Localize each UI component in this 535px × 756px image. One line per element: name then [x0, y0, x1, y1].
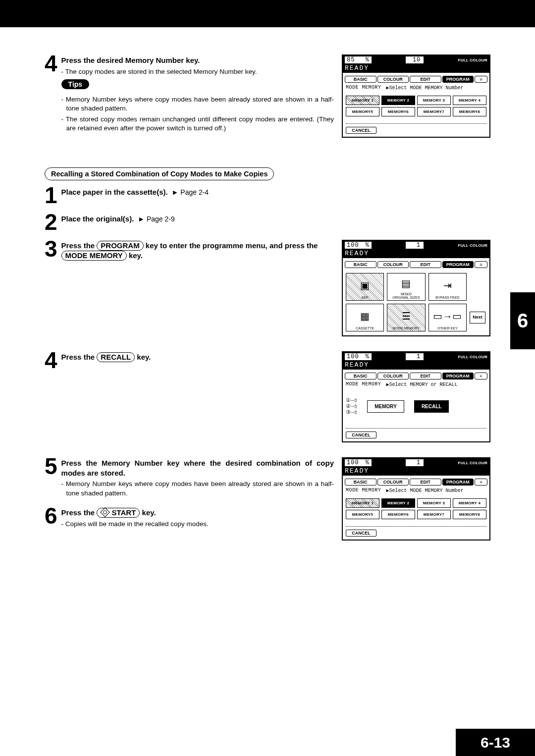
lcd-cancel-button[interactable]: CANCEL — [346, 127, 376, 134]
lcd-zoom: 100 — [347, 353, 359, 360]
memory-3-button[interactable]: MEMORY 3 — [417, 498, 451, 508]
start-key-label: START — [97, 508, 140, 518]
lcd-zoom: 85 — [347, 56, 355, 63]
step-number: 1 — [45, 186, 57, 204]
reference-arrow-icon: ► — [138, 215, 145, 223]
lcd-zoom: 100 — [347, 242, 359, 249]
lcd-count: 1 — [406, 353, 424, 360]
memory-5-button[interactable]: MEMORY5 — [346, 107, 379, 116]
step-number: 6 — [45, 507, 57, 529]
lcd-tab-basic[interactable]: BASIC — [345, 76, 376, 83]
step-number: 4 — [45, 54, 57, 133]
lcd-tab-program[interactable]: PROGRAM — [442, 373, 474, 379]
lcd-tab-icon[interactable]: ≡ — [475, 76, 487, 83]
lcd-tab-colour[interactable]: COLOUR — [377, 373, 409, 379]
lcd-tab-edit[interactable]: EDIT — [410, 373, 441, 379]
memory-2-button[interactable]: MEMORY 2 — [381, 498, 415, 508]
memory-7-button[interactable]: MEMORY7 — [417, 510, 451, 519]
memory-1-button[interactable]: MEMORY 1 — [346, 498, 379, 508]
step-number: 2 — [45, 213, 57, 231]
mode-memory-icon: ①→▯②→▯③→▯ — [346, 397, 357, 415]
step-title: Press the RECALL key. — [61, 353, 151, 361]
step-sub: - Copies will be made in the recalled co… — [61, 520, 334, 529]
lcd-count: 1 — [406, 459, 424, 466]
prog-adf-button[interactable]: ▣ADF — [346, 273, 384, 301]
memory-5-button[interactable]: MEMORY5 — [346, 510, 379, 519]
memory-3-button[interactable]: MEMORY 3 — [417, 96, 451, 105]
start-diamond-icon — [100, 507, 110, 517]
lcd-tab-basic[interactable]: BASIC — [345, 373, 376, 379]
page-reference: Page 2-4 — [180, 188, 209, 196]
memory-button[interactable]: MEMORY — [367, 400, 404, 413]
lcd-ready: READY — [343, 361, 489, 370]
lcd-tab-program[interactable]: PROGRAM — [442, 479, 474, 486]
step-sub: - The copy modes are stored in the selec… — [61, 67, 334, 76]
prog-mixed-button[interactable]: ▤MIXED ORIGINAL SIZES — [387, 273, 425, 301]
lcd-tab-colour[interactable]: COLOUR — [377, 76, 409, 83]
lcd-prompt: ▶Select MEMORY or RECALL — [386, 381, 458, 387]
lcd-screen-4: 100 % 1 FULL COLOUR READY BASIC COLOUR E… — [342, 457, 490, 540]
lcd-ready: READY — [343, 250, 489, 258]
memory-4-button[interactable]: MEMORY 4 — [453, 498, 486, 508]
memory-6-button[interactable]: MEMORY6 — [381, 510, 415, 519]
lcd-prompt-prefix: MODE MEMORY — [346, 381, 381, 387]
lcd-full-colour: FULL COLOUR — [458, 58, 487, 62]
lcd-zoom: 100 — [347, 459, 359, 466]
lcd-full-colour: FULL COLOUR — [458, 355, 487, 359]
lcd-tab-icon[interactable]: ≡ — [475, 479, 487, 486]
lcd-tab-colour[interactable]: COLOUR — [377, 479, 409, 486]
lcd-ready: READY — [343, 64, 489, 73]
prog-mode-memory-button[interactable]: ☰MODE MEMORY — [387, 304, 425, 331]
lcd-tab-edit[interactable]: EDIT — [410, 479, 441, 486]
prog-next-button[interactable]: Next — [470, 312, 485, 324]
prog-other-key-button[interactable]: ▭→▭OTHER KEY — [428, 304, 467, 331]
memory-1-button[interactable]: MEMORY 1 — [346, 96, 379, 105]
top-black-bar — [0, 0, 535, 27]
lcd-tab-program[interactable]: PROGRAM — [442, 76, 474, 83]
lcd-tab-colour[interactable]: COLOUR — [377, 261, 409, 268]
step-title: Press the START key. — [61, 508, 156, 517]
lcd-screen-2: 100 % 1 FULL COLOUR READY BASIC COLOUR E… — [342, 240, 490, 336]
step-title: Press the desired Memory Number key. — [61, 55, 334, 65]
prog-bypass-button[interactable]: ⇥BYPASS FEED — [428, 273, 467, 301]
recall-key-label: RECALL — [97, 352, 135, 362]
lcd-prompt-prefix: MODE MEMORY — [346, 85, 381, 91]
lcd-cancel-button[interactable]: CANCEL — [346, 530, 376, 537]
memory-8-button[interactable]: MEMORY8 — [453, 510, 486, 519]
page-number: 6-13 — [456, 729, 535, 756]
section-title-pill: Recalling a Stored Combination of Copy M… — [45, 167, 274, 180]
prog-cassette-button[interactable]: ▦CASSETTE — [346, 304, 384, 331]
lcd-screen-3: 100 % 1 FULL COLOUR READY BASIC COLOUR E… — [342, 351, 490, 442]
lcd-tab-icon[interactable]: ≡ — [475, 261, 487, 268]
memory-2-button[interactable]: MEMORY 2 — [381, 96, 415, 105]
memory-6-button[interactable]: MEMORY6 — [381, 107, 415, 116]
memory-7-button[interactable]: MEMORY7 — [417, 107, 451, 116]
lcd-prompt: ▶Select MODE MEMORY Number — [386, 487, 464, 493]
lcd-screen-1: 85 % 10 FULL COLOUR READY BASIC COLOUR E… — [342, 54, 490, 138]
memory-8-button[interactable]: MEMORY8 — [453, 107, 486, 116]
step-number: 5 — [45, 457, 57, 497]
lcd-tab-edit[interactable]: EDIT — [410, 261, 441, 268]
program-key-label: PROGRAM — [97, 241, 143, 251]
lcd-prompt: ▶Select MODE MEMORY Number — [386, 85, 464, 91]
memory-4-button[interactable]: MEMORY 4 — [453, 96, 486, 105]
step-title: Press the Memory Number key where the de… — [61, 458, 334, 478]
lcd-ready: READY — [343, 467, 489, 476]
recall-button[interactable]: RECALL — [414, 400, 449, 413]
lcd-cancel-button[interactable]: CANCEL — [346, 432, 376, 438]
mode-memory-key-label: MODE MEMORY — [61, 251, 127, 261]
lcd-tab-program[interactable]: PROGRAM — [442, 261, 474, 268]
step-number: 4 — [45, 351, 57, 369]
step-number: 3 — [45, 240, 57, 261]
lcd-full-colour: FULL COLOUR — [458, 461, 487, 465]
tip-text: - The stored copy modes remain unchanged… — [61, 115, 334, 133]
lcd-tab-icon[interactable]: ≡ — [475, 373, 487, 379]
step-title: Place the original(s). — [61, 215, 134, 223]
page-reference: Page 2-9 — [147, 215, 175, 223]
reference-arrow-icon: ► — [172, 188, 179, 196]
lcd-tab-basic[interactable]: BASIC — [345, 261, 376, 268]
lcd-tab-edit[interactable]: EDIT — [410, 76, 441, 83]
lcd-count: 10 — [406, 56, 424, 63]
lcd-tab-basic[interactable]: BASIC — [345, 479, 376, 486]
lcd-full-colour: FULL COLOUR — [458, 243, 487, 248]
